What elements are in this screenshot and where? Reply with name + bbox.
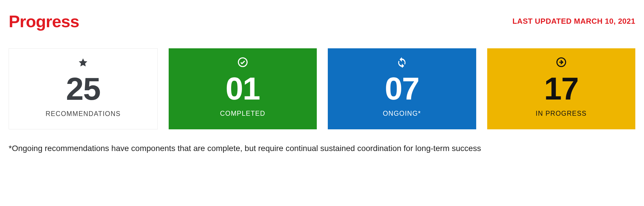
card-ongoing: 07 ONGOING* [328, 48, 476, 129]
check-circle-icon [237, 55, 249, 69]
card-number: 07 [385, 73, 419, 104]
refresh-icon [396, 55, 407, 69]
card-label: ONGOING* [383, 110, 421, 117]
last-updated: LAST UPDATED MARCH 10, 2021 [512, 17, 635, 26]
star-icon [78, 56, 88, 69]
card-label: IN PROGRESS [536, 110, 587, 117]
card-number: 17 [544, 73, 578, 104]
card-completed: 01 COMPLETED [169, 48, 317, 129]
card-label: COMPLETED [220, 110, 265, 117]
progress-cards: 25 RECOMMENDATIONS 01 COMPLETED 07 ONGOI… [9, 48, 635, 129]
page-title: Progress [9, 12, 79, 31]
card-number: 25 [66, 73, 100, 105]
footnote: *Ongoing recommendations have components… [9, 144, 635, 153]
card-in-progress: 17 IN PROGRESS [487, 48, 636, 129]
header: Progress LAST UPDATED MARCH 10, 2021 [9, 12, 635, 31]
card-recommendations: 25 RECOMMENDATIONS [9, 48, 158, 129]
card-label: RECOMMENDATIONS [45, 110, 121, 118]
card-number: 01 [226, 73, 260, 104]
arrow-circle-right-icon [555, 55, 567, 69]
